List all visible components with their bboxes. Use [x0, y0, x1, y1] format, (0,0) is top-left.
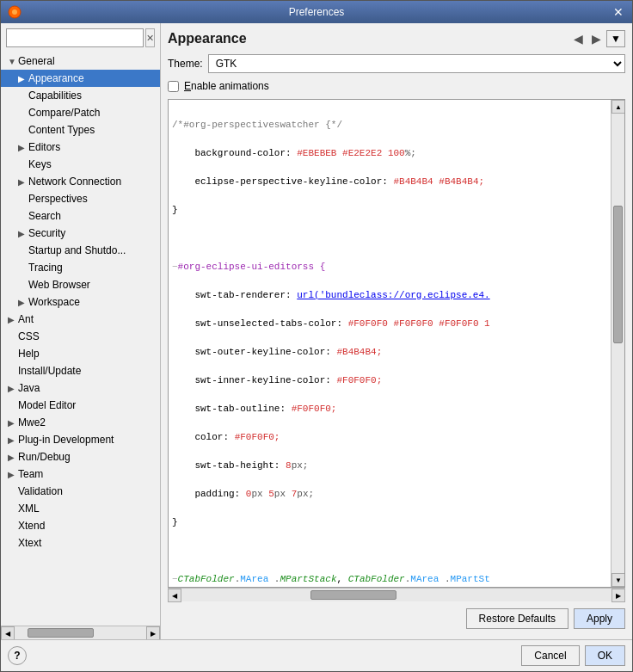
hscrollbar-row: ◀ ▶ [168, 588, 625, 601]
vertical-scrollbar[interactable]: ▲ ▼ [611, 100, 624, 587]
sidebar-hscroll-track[interactable] [15, 626, 146, 639]
sidebar-hscrollbar[interactable]: ◀ ▶ [1, 626, 160, 639]
sidebar-item-xtend[interactable]: Xtend [1, 517, 160, 534]
hscroll-left-button[interactable]: ◀ [168, 589, 181, 602]
expand-arrow-workspace: ▶ [18, 298, 28, 307]
restore-defaults-button[interactable]: Restore Defaults [466, 608, 568, 629]
spacer [18, 212, 28, 221]
sidebar-item-label: Compare/Patch [28, 107, 100, 119]
sidebar-item-label: Content Types [28, 124, 95, 136]
search-clear-button[interactable]: ✕ [145, 28, 155, 47]
expand-arrow-general: ▼ [8, 57, 18, 66]
sidebar-item-capabilities[interactable]: Capabilities [1, 87, 160, 104]
help-button[interactable]: ? [8, 646, 27, 665]
sidebar-item-xml[interactable]: XML [1, 500, 160, 517]
sidebar-item-run-debug[interactable]: ▶ Run/Debug [1, 448, 160, 465]
sidebar-item-network-connection[interactable]: ▶ Network Connection [1, 173, 160, 190]
spacer [18, 126, 28, 135]
ok-button[interactable]: OK [585, 645, 625, 666]
expand-arrow-java: ▶ [8, 384, 18, 393]
spacer [8, 332, 18, 342]
sidebar-item-appearance[interactable]: ▶ Appearance [1, 70, 160, 87]
cancel-button[interactable]: Cancel [521, 645, 579, 666]
close-button[interactable]: ✕ [611, 5, 625, 19]
enable-animations-checkbox[interactable] [168, 81, 179, 92]
sidebar-item-install-update[interactable]: Install/Update [1, 362, 160, 379]
expand-arrow-appearance: ▶ [18, 74, 28, 83]
hscrollbar-track[interactable] [181, 589, 611, 601]
sidebar-item-team[interactable]: ▶ Team [1, 465, 160, 483]
sidebar-item-plugin-dev[interactable]: ▶ Plug-in Development [1, 431, 160, 448]
sidebar-item-perspectives[interactable]: Perspectives [1, 190, 160, 207]
vscrollbar-thumb[interactable] [613, 206, 623, 343]
scroll-down-button[interactable]: ▼ [611, 573, 625, 587]
sidebar-hscroll-right[interactable]: ▶ [146, 626, 160, 639]
sidebar-item-web-browser[interactable]: Web Browser [1, 276, 160, 293]
theme-row: Theme: GTK [168, 54, 625, 73]
expand-arrow-network: ▶ [18, 177, 28, 187]
sidebar-item-security[interactable]: ▶ Security [1, 225, 160, 242]
spacer [18, 246, 28, 256]
app-icon [8, 5, 22, 19]
dialog-footer: ? Cancel OK [1, 639, 632, 671]
sidebar-item-label: Xtext [18, 537, 41, 549]
search-input[interactable] [6, 28, 144, 47]
sidebar-item-validation[interactable]: Validation [1, 483, 160, 500]
panel-nav: ◀ ▶ ▼ [570, 30, 625, 47]
sidebar-item-label: Team [18, 468, 43, 480]
expand-arrow-editors: ▶ [18, 143, 28, 152]
content-area: ✕ ▼ General ▶ Appearance Capabilities [1, 23, 632, 639]
spacer [8, 487, 18, 496]
main-panel: Appearance ◀ ▶ ▼ Theme: GTK Enable anima… [161, 23, 632, 639]
sidebar-item-compare-patch[interactable]: Compare/Patch [1, 104, 160, 121]
dialog-title: Preferences [22, 6, 611, 18]
sidebar-item-label: Install/Update [18, 365, 81, 377]
sidebar-item-label: Network Connection [28, 176, 121, 188]
svg-point-1 [12, 9, 17, 15]
sidebar-item-editors[interactable]: ▶ Editors [1, 139, 160, 156]
spacer [8, 401, 18, 410]
sidebar-item-content-types[interactable]: Content Types [1, 121, 160, 139]
sidebar-item-startup[interactable]: Startup and Shutdo... [1, 242, 160, 259]
sidebar-item-java[interactable]: ▶ Java [1, 379, 160, 397]
sidebar-item-css[interactable]: CSS [1, 328, 160, 345]
sidebar-item-label: Help [18, 348, 40, 360]
sidebar: ✕ ▼ General ▶ Appearance Capabilities [1, 23, 161, 639]
sidebar-item-label: Keys [28, 158, 52, 170]
sidebar-item-label: Startup and Shutdo... [28, 244, 126, 256]
sidebar-item-label: Ant [18, 313, 34, 325]
scroll-up-button[interactable]: ▲ [611, 100, 625, 114]
spacer [18, 281, 28, 290]
apply-button[interactable]: Apply [574, 608, 625, 629]
sidebar-item-ant[interactable]: ▶ Ant [1, 311, 160, 328]
nav-dropdown-button[interactable]: ▼ [606, 30, 625, 47]
title-bar: Preferences ✕ [1, 1, 632, 23]
sidebar-item-workspace[interactable]: ▶ Workspace [1, 293, 160, 311]
nav-forward-button[interactable]: ▶ [588, 30, 605, 47]
hscrollbar-thumb[interactable] [310, 590, 396, 600]
sidebar-item-model-editor[interactable]: Model Editor [1, 397, 160, 414]
sidebar-item-xtext[interactable]: Xtext [1, 534, 160, 552]
sidebar-item-general[interactable]: ▼ General [1, 52, 160, 70]
code-content[interactable]: /*#org-perspectiveswatcher {*/ backgroun… [169, 100, 611, 587]
sidebar-hscroll-left[interactable]: ◀ [1, 626, 15, 639]
vscrollbar-track[interactable] [611, 114, 624, 573]
sidebar-item-label: Run/Debug [18, 451, 71, 463]
sidebar-item-keys[interactable]: Keys [1, 156, 160, 173]
sidebar-hscroll-thumb[interactable] [28, 628, 94, 638]
panel-header: Appearance ◀ ▶ ▼ [168, 30, 625, 47]
sidebar-item-tracing[interactable]: Tracing [1, 259, 160, 276]
spacer [8, 349, 18, 359]
sidebar-item-label: XML [18, 502, 40, 515]
sidebar-item-mwe2[interactable]: ▶ Mwe2 [1, 414, 160, 431]
sidebar-item-label: Web Browser [28, 279, 90, 291]
spacer [18, 108, 28, 118]
code-editor: /*#org-perspectiveswatcher {*/ backgroun… [168, 99, 625, 588]
sidebar-item-label: General [18, 55, 55, 67]
sidebar-item-label: Model Editor [18, 399, 76, 411]
sidebar-item-search[interactable]: Search [1, 207, 160, 225]
sidebar-item-help[interactable]: Help [1, 345, 160, 362]
hscroll-right-button[interactable]: ▶ [611, 589, 625, 602]
nav-back-button[interactable]: ◀ [570, 30, 587, 47]
theme-select[interactable]: GTK [208, 54, 625, 73]
